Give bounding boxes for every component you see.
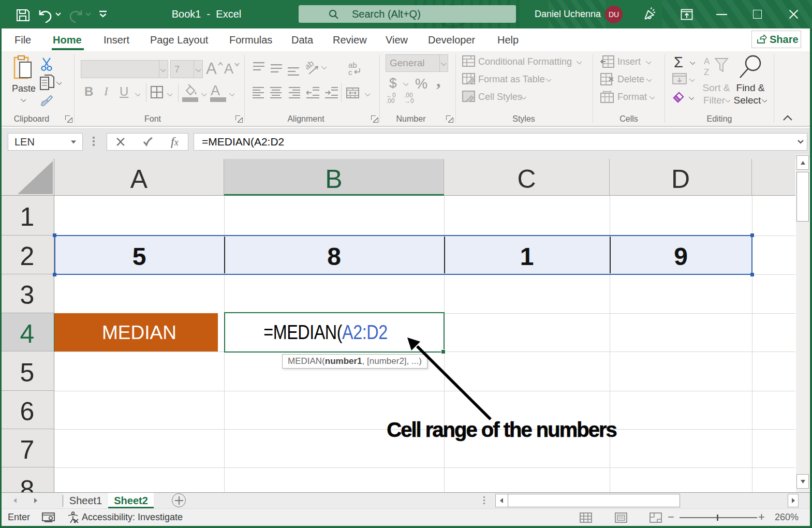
- svg-text:A: A: [704, 56, 710, 66]
- svg-text:c: c: [348, 68, 352, 76]
- svg-text:Z: Z: [704, 67, 709, 77]
